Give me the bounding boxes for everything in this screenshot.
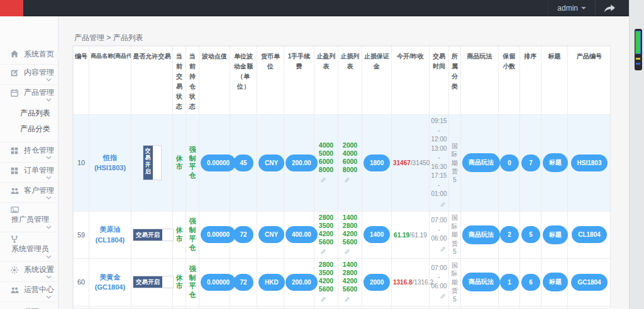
sidebar-item-4[interactable]: 持仓管理 xyxy=(0,142,58,162)
unit-amount-pill[interactable]: 72 xyxy=(233,274,253,291)
cell-trade-allowed: 交易开启 xyxy=(131,115,173,212)
sidebar-item-8[interactable]: 系统管理员 xyxy=(0,232,58,261)
decimals-pill[interactable]: 1 xyxy=(500,274,519,291)
point-value-pill[interactable]: 0.00000 xyxy=(201,226,236,243)
sidebar-item-7[interactable]: 推广员管理 xyxy=(0,202,58,232)
edit-pencil-icon[interactable]: ✎ xyxy=(340,248,360,256)
cell-trade-allowed: 交易开启 xyxy=(131,306,173,309)
play-pill[interactable]: 商品玩法 xyxy=(462,225,500,244)
column-header: 编号 xyxy=(74,46,89,115)
title-pill[interactable]: 标题 xyxy=(543,153,568,172)
product-code-pill[interactable]: HSI1803 xyxy=(571,154,608,171)
sidebar-item-3[interactable]: 产品管理 xyxy=(0,84,58,104)
edit-pencil-icon[interactable]: ✎ xyxy=(340,176,360,185)
sidebar-item-1[interactable]: 系统首页 xyxy=(0,44,58,64)
color-widget xyxy=(635,29,642,70)
play-pill[interactable]: 商品玩法 xyxy=(462,273,500,291)
table-row: 59 美原油(CL1804) 交易开启 休市 强制平仓 0.00000 72 C… xyxy=(74,211,611,259)
stop-margin-pill[interactable]: 1800 xyxy=(364,154,390,171)
admin-menu[interactable]: admin xyxy=(548,0,595,16)
sidebar-item-9[interactable]: 系统设置 xyxy=(0,261,58,281)
product-link[interactable]: 美原油(CL1804) xyxy=(96,224,125,245)
cell-product-name: 美原油(CL1804) xyxy=(89,211,131,259)
stop-margin-pill[interactable]: 2000 xyxy=(364,274,390,291)
cell-product-name: 美黄金(GC1804) xyxy=(89,259,131,306)
sort-pill[interactable]: 7 xyxy=(521,154,540,171)
cell-category: 国际期货5 xyxy=(449,306,461,309)
grid-icon xyxy=(10,146,23,155)
edit-icon xyxy=(10,68,23,77)
trade-toggle[interactable]: 交易开启 xyxy=(133,276,174,288)
logout-arrow-button[interactable] xyxy=(595,0,624,16)
fee-pill[interactable]: 400.00 xyxy=(286,226,318,243)
redo-arrow-icon xyxy=(604,4,615,13)
column-header: 保留小数 xyxy=(499,46,520,115)
column-header: 交易时间 xyxy=(430,46,449,115)
column-header: 标题 xyxy=(541,46,568,115)
product-link[interactable]: 恒指(HSI1803) xyxy=(94,153,126,173)
topbar: admin xyxy=(0,0,629,16)
column-header: 波动点值 xyxy=(199,46,230,115)
sidebar-item-10[interactable]: 运营中心 xyxy=(0,281,58,301)
admin-label: admin xyxy=(557,4,578,13)
column-header: 产品编号 xyxy=(568,46,611,115)
cell-stop-margin: 2000 xyxy=(362,259,392,306)
decimals-pill[interactable]: 0 xyxy=(500,154,519,171)
sidebar-item-11[interactable]: 代理 xyxy=(0,301,58,309)
sidebar-item-label: 产品管理 xyxy=(24,87,54,98)
cell-stop-loss: 2800 5600 8400 11200✎ xyxy=(338,306,362,309)
fee-pill[interactable]: 200.00 xyxy=(286,154,318,171)
cell-open-close: 61.19/61.19 xyxy=(392,211,430,259)
cell-unit-amount: 72 xyxy=(230,211,257,259)
column-header: 商品玩法 xyxy=(461,46,499,115)
point-value-pill[interactable]: 0.00000 xyxy=(201,154,236,171)
product-table: 编号商品名称(商品代码)是否允许交易当前交易状态当前持仓状态波动点值单位波动金额… xyxy=(73,46,611,309)
cell-point-value: 0.00000 xyxy=(199,211,230,259)
unit-amount-pill[interactable]: 45 xyxy=(233,154,253,171)
product-code-pill[interactable]: GC1804 xyxy=(571,274,607,291)
sort-pill[interactable]: 6 xyxy=(521,274,540,291)
sidebar-subitem[interactable]: 产品分类 xyxy=(0,121,58,137)
cell-trade-allowed: 交易开启 xyxy=(131,259,173,306)
edit-pencil-icon[interactable]: ✎ xyxy=(431,293,447,301)
trade-toggle[interactable]: 交易开启 xyxy=(143,145,162,180)
title-pill[interactable]: 标题 xyxy=(543,273,568,291)
edit-pencil-icon[interactable]: ✎ xyxy=(431,246,447,254)
red-marker xyxy=(0,0,23,16)
cell-unit-amount: 175 xyxy=(230,306,257,309)
edit-pencil-icon[interactable]: ✎ xyxy=(340,296,360,304)
cell-take-profit: 2800 3500 4200 5600✎ xyxy=(314,259,338,306)
stop-margin-pill[interactable]: 1400 xyxy=(364,226,390,243)
table-row: 62 美白银(SI1805) 交易开启 正常 正常持仓 0.00000 175 … xyxy=(74,306,611,309)
edit-pencil-icon[interactable]: ✎ xyxy=(316,248,336,256)
sidebar-item-label: 运营中心 xyxy=(24,285,54,295)
currency-pill[interactable]: CNY xyxy=(258,226,284,243)
edit-pencil-icon[interactable]: ✎ xyxy=(316,296,336,304)
sidebar-item-2[interactable]: 内容管理 xyxy=(0,64,58,84)
cell-row-id: 60 xyxy=(74,259,89,306)
currency-pill[interactable]: HKD xyxy=(258,274,285,291)
cell-trade-time: 07:00- 13:42✎ xyxy=(430,306,449,309)
currency-pill[interactable]: CNY xyxy=(258,154,284,171)
cell-open-close: 16.385/16.395 xyxy=(392,306,430,309)
edit-pencil-icon[interactable]: ✎ xyxy=(316,176,336,185)
product-link[interactable]: 美黄金(GC1804) xyxy=(95,272,125,293)
sidebar-item-6[interactable]: 客户管理 xyxy=(0,182,58,202)
fee-pill[interactable]: 200.00 xyxy=(286,274,318,291)
sidebar-item-5[interactable]: 订单管理 xyxy=(0,162,58,182)
unit-amount-pill[interactable]: 72 xyxy=(233,226,253,243)
edit-pencil-icon[interactable]: ✎ xyxy=(431,201,447,209)
decimals-pill[interactable]: 2 xyxy=(500,226,519,243)
cell-product-name: 恒指(HSI1803) xyxy=(89,115,131,212)
point-value-pill[interactable]: 0.00000 xyxy=(201,274,236,291)
active-item-notch xyxy=(53,52,58,60)
product-code-pill[interactable]: CL1804 xyxy=(572,226,607,243)
sort-pill[interactable]: 5 xyxy=(521,226,540,243)
sidebar-subitem[interactable]: 产品列表 xyxy=(0,106,58,121)
cell-decimals: 3 xyxy=(499,306,520,309)
title-pill[interactable]: 标题 xyxy=(543,225,568,244)
trade-toggle[interactable]: 交易开启 xyxy=(133,229,174,241)
play-pill[interactable]: 商品玩法 xyxy=(462,153,500,172)
chevron-down-icon xyxy=(46,275,52,279)
widget-yellow-bar xyxy=(636,58,640,60)
